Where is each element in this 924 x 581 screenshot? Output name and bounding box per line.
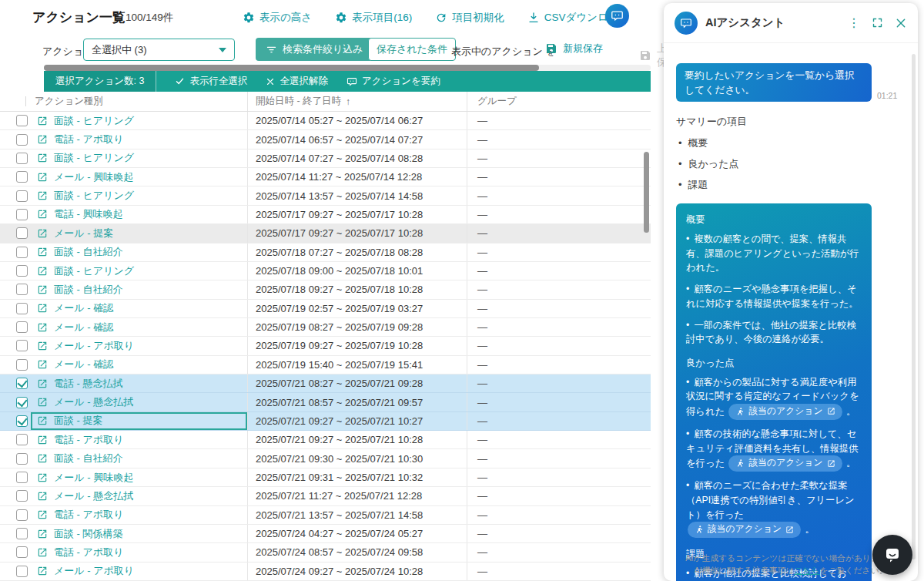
- table-row[interactable]: 面談 - 自社紹介 2025/07/21 09:30 ~ 2025/07/21 …: [0, 449, 651, 468]
- table-row[interactable]: メール - 懸念払拭 2025/07/21 08:57 ~ 2025/07/21…: [0, 393, 651, 411]
- checkbox-box[interactable]: [16, 434, 28, 445]
- checkbox-box[interactable]: [16, 453, 28, 465]
- search-filter-button[interactable]: 検索条件絞り込み: [256, 38, 373, 61]
- action-type-link[interactable]: 電話 - アポ取り: [54, 546, 123, 559]
- related-action-chip[interactable]: 該当のアクション: [728, 404, 842, 420]
- row-checkbox[interactable]: [0, 280, 31, 298]
- table-row[interactable]: メール - 確認 2025/07/19 15:40 ~ 2025/07/19 1…: [0, 356, 651, 374]
- checkbox-box[interactable]: [16, 190, 28, 202]
- table-row[interactable]: 電話 - アポ取り 2025/07/21 13:57 ~ 2025/07/21 …: [0, 506, 651, 525]
- open-action-icon[interactable]: [37, 566, 48, 576]
- checkbox-box[interactable]: [16, 321, 28, 333]
- table-row[interactable]: 電話 - 興味喚起 2025/07/17 09:27 ~ 2025/07/17 …: [0, 206, 651, 224]
- open-action-icon[interactable]: [37, 415, 48, 426]
- vertical-scrollbar-thumb[interactable]: [644, 152, 649, 233]
- table-row[interactable]: メール - アポ取り 2025/07/24 09:27 ~ 2025/07/24…: [0, 563, 651, 581]
- checkbox-box[interactable]: [16, 340, 28, 351]
- open-action-icon[interactable]: [37, 359, 48, 370]
- action-type-cell[interactable]: メール - アポ取り: [31, 563, 248, 580]
- column-header-group[interactable]: グループ: [467, 95, 651, 108]
- checkbox-box[interactable]: [16, 472, 28, 483]
- reset-columns-button[interactable]: 項目初期化: [435, 11, 504, 25]
- row-checkbox[interactable]: [0, 431, 31, 448]
- open-action-icon[interactable]: [37, 509, 48, 520]
- horizontal-scrollbar-thumb[interactable]: [44, 65, 539, 71]
- table-row[interactable]: メール - 提案 2025/07/17 09:27 ~ 2025/07/17 1…: [0, 224, 651, 243]
- open-action-icon[interactable]: [37, 303, 48, 314]
- action-type-cell[interactable]: メール - 確認: [31, 300, 248, 317]
- kebab-menu-icon[interactable]: ⋮: [848, 17, 860, 29]
- action-type-cell[interactable]: メール - 確認: [31, 356, 248, 374]
- row-checkbox[interactable]: [0, 543, 31, 561]
- table-row[interactable]: 面談 - 関係構築 2025/07/24 04:27 ~ 2025/07/24 …: [0, 525, 651, 543]
- open-action-icon[interactable]: [37, 284, 48, 295]
- action-type-link[interactable]: メール - 提案: [54, 227, 113, 240]
- row-checkbox[interactable]: [0, 224, 31, 242]
- action-type-cell[interactable]: 面談 - ヒアリング: [31, 186, 248, 204]
- open-action-icon[interactable]: [37, 547, 48, 558]
- row-checkbox[interactable]: [0, 186, 31, 204]
- row-checkbox[interactable]: [0, 149, 31, 167]
- open-action-icon[interactable]: [37, 247, 48, 257]
- ai-notice-link[interactable]: こちら: [794, 566, 819, 575]
- saved-conditions-button[interactable]: 保存された条件: [368, 38, 456, 61]
- open-action-icon[interactable]: [37, 228, 48, 239]
- open-action-icon[interactable]: [37, 397, 48, 408]
- action-type-cell[interactable]: 電話 - アポ取り: [31, 506, 248, 524]
- action-type-link[interactable]: 面談 - ヒアリング: [54, 189, 134, 203]
- row-checkbox[interactable]: [0, 468, 31, 486]
- action-type-cell[interactable]: メール - 提案: [31, 224, 248, 242]
- row-height-button[interactable]: 表示の高さ: [243, 11, 312, 25]
- row-checkbox[interactable]: [0, 506, 31, 524]
- panel-scrollbar[interactable]: [912, 54, 916, 559]
- checkbox-box[interactable]: [16, 378, 28, 389]
- summarize-actions-button[interactable]: アクションを要約: [346, 75, 440, 88]
- action-type-cell[interactable]: 面談 - ヒアリング: [31, 262, 248, 280]
- action-type-cell[interactable]: 面談 - ヒアリング: [31, 112, 248, 129]
- action-type-cell[interactable]: 面談 - 自社紹介: [31, 243, 248, 261]
- checkbox-box[interactable]: [16, 303, 28, 314]
- action-type-link[interactable]: 面談 - 自社紹介: [54, 452, 123, 465]
- table-row[interactable]: 面談 - 自社紹介 2025/07/18 09:27 ~ 2025/07/18 …: [0, 280, 651, 299]
- action-type-cell[interactable]: メール - アポ取り: [31, 337, 248, 354]
- row-checkbox[interactable]: [0, 412, 31, 430]
- clear-selection-button[interactable]: 全選択解除: [266, 75, 328, 88]
- open-action-icon[interactable]: [37, 172, 48, 183]
- action-type-link[interactable]: 面談 - 自社紹介: [54, 283, 123, 297]
- row-checkbox[interactable]: [0, 563, 31, 580]
- action-type-link[interactable]: 電話 - アポ取り: [54, 433, 123, 447]
- action-type-link[interactable]: 面談 - 自社紹介: [54, 245, 123, 259]
- checkbox-box[interactable]: [16, 284, 28, 295]
- action-type-link[interactable]: 面談 - ヒアリング: [54, 114, 134, 128]
- checkbox-box[interactable]: [16, 359, 28, 371]
- row-checkbox[interactable]: [0, 356, 31, 374]
- close-icon[interactable]: [895, 17, 907, 29]
- table-row[interactable]: 面談 - ヒアリング 2025/07/18 09:00 ~ 2025/07/18…: [0, 262, 651, 280]
- table-row[interactable]: メール - 確認 2025/07/19 02:57 ~ 2025/07/19 0…: [0, 300, 651, 318]
- row-checkbox[interactable]: [0, 243, 31, 261]
- action-type-link[interactable]: 電話 - アポ取り: [54, 508, 123, 522]
- action-type-cell[interactable]: 面談 - 提案: [31, 412, 248, 430]
- action-type-link[interactable]: メール - 確認: [54, 301, 113, 315]
- open-action-icon[interactable]: [37, 529, 48, 539]
- checkbox-box[interactable]: [16, 415, 28, 427]
- open-action-icon[interactable]: [37, 266, 48, 277]
- table-row[interactable]: 電話 - アポ取り 2025/07/21 09:27 ~ 2025/07/21 …: [0, 431, 651, 449]
- action-type-link[interactable]: メール - 確認: [54, 358, 113, 371]
- action-type-cell[interactable]: 電話 - アポ取り: [31, 130, 248, 148]
- action-type-cell[interactable]: 面談 - 自社紹介: [31, 449, 248, 467]
- checkbox-box[interactable]: [16, 528, 28, 539]
- table-row[interactable]: 面談 - ヒアリング 2025/07/14 05:27 ~ 2025/07/14…: [0, 112, 651, 130]
- sort-ascending-icon[interactable]: ↑: [346, 96, 350, 107]
- row-checkbox[interactable]: [0, 168, 31, 186]
- action-type-link[interactable]: メール - アポ取り: [54, 564, 134, 578]
- checkbox-box[interactable]: [16, 171, 28, 183]
- action-type-link[interactable]: メール - アポ取り: [54, 339, 134, 353]
- table-row[interactable]: メール - 興味喚起 2025/07/14 11:27 ~ 2025/07/14…: [0, 168, 651, 186]
- action-type-cell[interactable]: 電話 - 懸念払拭: [31, 374, 248, 392]
- table-row[interactable]: メール - 興味喚起 2025/07/21 09:31 ~ 2025/07/21…: [0, 468, 651, 487]
- open-action-icon[interactable]: [37, 435, 48, 445]
- table-row[interactable]: 面談 - 自社紹介 2025/07/18 07:27 ~ 2025/07/18 …: [0, 243, 651, 262]
- row-checkbox[interactable]: [0, 112, 31, 129]
- action-type-cell[interactable]: 面談 - 自社紹介: [31, 280, 248, 298]
